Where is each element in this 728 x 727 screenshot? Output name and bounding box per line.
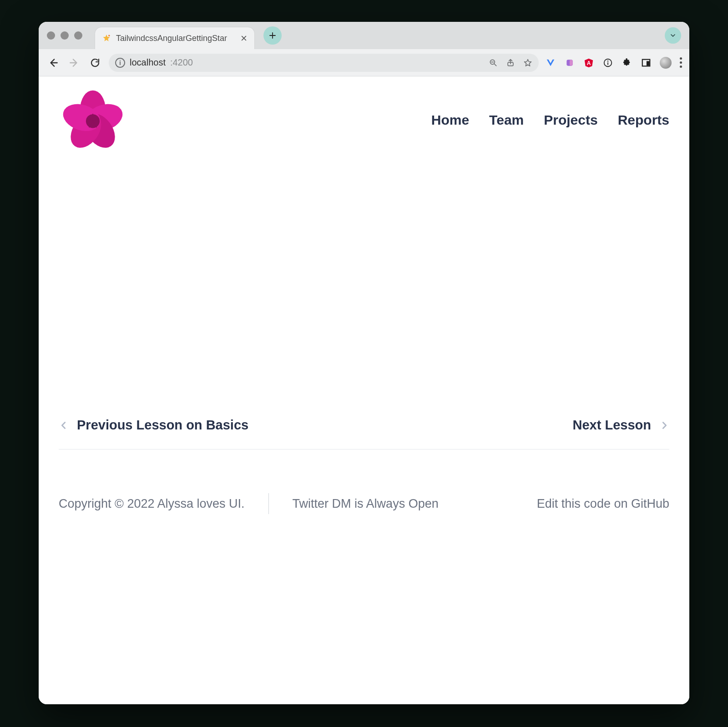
profile-avatar[interactable]	[660, 57, 672, 69]
site-logo-flower-icon[interactable]	[59, 88, 127, 152]
site-info-icon[interactable]: i	[115, 58, 125, 68]
lesson-navigation: Previous Lesson on Basics Next Lesson	[59, 418, 669, 449]
page-content: Home Team Projects Reports Previous Less…	[39, 76, 689, 541]
svg-marker-4	[525, 59, 531, 66]
back-button[interactable]	[46, 56, 61, 70]
url-port: :4200	[170, 57, 193, 68]
tabstrip: TailwindcssAngularGettingStar	[39, 22, 689, 49]
svg-rect-7	[570, 60, 573, 66]
browser-toolbar: i localhost:4200 A	[39, 49, 689, 76]
nav-link-home[interactable]: Home	[431, 112, 469, 128]
omnibox-actions	[489, 58, 532, 67]
footer-separator	[268, 493, 269, 514]
window-maximize-button[interactable]	[74, 31, 82, 40]
bookmark-star-icon[interactable]	[523, 58, 532, 67]
svg-rect-12	[607, 62, 608, 65]
extension-icons: A	[545, 57, 682, 69]
svg-text:A: A	[587, 60, 591, 66]
address-bar[interactable]: i localhost:4200	[109, 54, 539, 72]
nav-link-team[interactable]: Team	[489, 112, 524, 128]
next-lesson-label: Next Lesson	[573, 418, 651, 433]
tab-overflow-button[interactable]	[665, 27, 681, 44]
window-minimize-button[interactable]	[61, 31, 69, 40]
window-close-button[interactable]	[47, 31, 55, 40]
browser-window: TailwindcssAngularGettingStar i localhos…	[39, 22, 689, 704]
nav-link-projects[interactable]: Projects	[544, 112, 597, 128]
tab-close-button[interactable]	[240, 34, 248, 42]
extension-vue-icon[interactable]	[545, 57, 556, 68]
prev-lesson-link[interactable]: Previous Lesson on Basics	[59, 418, 248, 433]
footer-copyright: Copyright © 2022 Alyssa loves UI.	[59, 497, 245, 511]
next-lesson-link[interactable]: Next Lesson	[573, 418, 669, 433]
site-nav: Home Team Projects Reports	[431, 112, 669, 128]
tab-title: TailwindcssAngularGettingStar	[116, 34, 235, 43]
page-viewport: Home Team Projects Reports Previous Less…	[39, 76, 689, 704]
site-footer: Copyright © 2022 Alyssa loves UI. Twitte…	[59, 449, 669, 514]
chevron-left-icon	[59, 420, 69, 430]
extension-info-icon[interactable]	[602, 57, 613, 68]
nav-link-reports[interactable]: Reports	[618, 112, 669, 128]
prev-lesson-label: Previous Lesson on Basics	[77, 418, 248, 433]
chevron-right-icon	[659, 420, 669, 430]
browser-menu-button[interactable]	[680, 57, 682, 68]
svg-marker-5	[547, 59, 555, 66]
browser-tab[interactable]: TailwindcssAngularGettingStar	[95, 27, 254, 49]
forward-button[interactable]	[67, 56, 81, 70]
reload-button[interactable]	[88, 56, 102, 70]
tab-favicon-icon	[101, 33, 111, 43]
zoom-icon[interactable]	[489, 58, 498, 67]
new-tab-button[interactable]	[263, 26, 282, 45]
url-host: localhost	[130, 57, 166, 68]
share-icon[interactable]	[506, 58, 515, 67]
footer-github-link[interactable]: Edit this code on GitHub	[537, 497, 669, 511]
extensions-puzzle-icon[interactable]	[622, 57, 632, 68]
footer-twitter-link[interactable]: Twitter DM is Always Open	[293, 497, 439, 511]
devices-icon[interactable]	[641, 57, 652, 68]
site-header: Home Team Projects Reports	[59, 86, 669, 163]
extension-angular-icon[interactable]: A	[583, 57, 594, 68]
window-controls	[47, 31, 82, 40]
content-spacer	[59, 163, 669, 418]
svg-point-1	[108, 35, 110, 36]
svg-point-11	[607, 61, 609, 62]
extension-gradient-icon[interactable]	[564, 57, 575, 68]
svg-rect-14	[647, 61, 649, 66]
